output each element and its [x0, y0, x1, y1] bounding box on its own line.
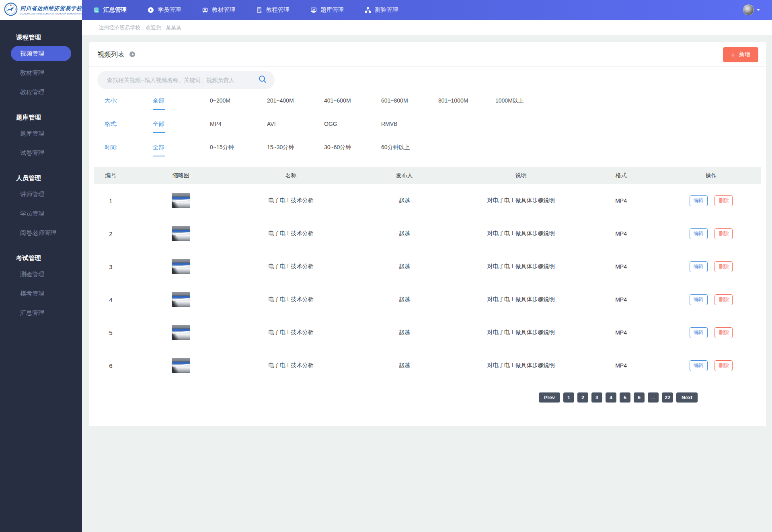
filter-size-option[interactable]: 0~200M — [210, 97, 267, 104]
filter-format-option[interactable]: RMVB — [381, 121, 438, 127]
filter-format-option[interactable]: OGG — [324, 121, 381, 127]
search-input[interactable] — [107, 77, 258, 83]
filter-duration-option[interactable]: 15~30分钟 — [267, 144, 324, 151]
user-avatar[interactable] — [743, 4, 754, 15]
edit-button[interactable]: 编辑 — [690, 261, 708, 272]
nav-item-quizzes[interactable]: 测验管理 — [365, 6, 398, 14]
row-id: 4 — [94, 296, 127, 303]
filter-size-option[interactable]: 1000M以上 — [495, 97, 552, 105]
pagination-ellipsis: ... — [648, 392, 659, 403]
pagination-page-button[interactable]: 5 — [620, 392, 630, 403]
sidebar-item-video-mgmt[interactable]: 视频管理 — [11, 46, 71, 61]
video-publisher: 赵越 — [347, 362, 461, 369]
chevron-down-icon — [757, 9, 760, 11]
nav-item-summary[interactable]: 汇总管理 — [93, 6, 127, 14]
filter-duration: 时间: 全部 0~15分钟 15~30分钟 30~60分钟 60分钟以上 — [105, 144, 766, 160]
delete-button[interactable]: 删除 — [715, 294, 733, 305]
sidebar-item-question-bank-mgmt[interactable]: 题库管理 — [0, 126, 82, 141]
sidebar-item-course-mgmt[interactable]: 教程管理 — [0, 84, 82, 100]
delete-button[interactable]: 删除 — [715, 360, 733, 371]
delete-button[interactable]: 删除 — [715, 327, 733, 338]
play-icon — [129, 51, 135, 57]
pagination-next-button[interactable]: Next — [676, 392, 698, 403]
sidebar-item-summary-mgmt[interactable]: 汇总管理 — [0, 305, 82, 320]
pagination-page-button[interactable]: 1 — [563, 392, 574, 403]
col-header-publisher: 发布人 — [347, 172, 461, 179]
sidebar-item-textbook-mgmt[interactable]: 教材管理 — [0, 65, 82, 80]
sidebar-item-mock-exam-mgmt[interactable]: 模考管理 — [0, 286, 82, 301]
sidebar-item-quiz-mgmt[interactable]: 测验管理 — [0, 267, 82, 282]
delete-button[interactable]: 删除 — [715, 228, 733, 239]
nav-item-label: 学员管理 — [158, 6, 181, 14]
edit-button[interactable]: 编辑 — [690, 195, 708, 206]
video-name: 电子电工技术分析 — [234, 329, 347, 336]
filter-size-label: 大小: — [105, 97, 153, 105]
sidebar-section-personnel: 人员管理 — [0, 174, 82, 183]
school-name-zh: 四川省达州经济贸易学校 — [20, 5, 87, 12]
nav-item-label: 测验管理 — [375, 6, 398, 14]
filter-size-option[interactable]: 401~600M — [324, 97, 381, 104]
nav-item-courses[interactable]: 教程管理 — [256, 6, 290, 14]
delete-button[interactable]: 删除 — [715, 261, 733, 272]
delete-button[interactable]: 删除 — [715, 195, 733, 206]
filter-format-option[interactable]: AVI — [267, 121, 324, 127]
video-description: 对电子电工做具体步骤说明 — [461, 263, 581, 270]
edit-button[interactable]: 编辑 — [690, 294, 708, 305]
user-menu[interactable] — [739, 0, 772, 20]
pagination-page-button[interactable]: 3 — [591, 392, 602, 403]
row-id: 5 — [94, 329, 127, 336]
filter-size-option[interactable]: 601~800M — [381, 97, 438, 104]
filter-duration-option[interactable]: 60分钟以上 — [381, 144, 438, 151]
pagination-prev-button[interactable]: Prev — [539, 392, 560, 403]
video-publisher: 赵越 — [347, 296, 461, 303]
nav-item-question-bank[interactable]: 题库管理 — [310, 6, 344, 14]
video-thumbnail[interactable] — [172, 358, 190, 373]
filter-format-option[interactable]: 全部 — [153, 121, 210, 133]
edit-button[interactable]: 编辑 — [690, 228, 708, 239]
book-icon — [93, 7, 100, 13]
pagination-page-button[interactable]: 22 — [662, 392, 673, 403]
table-row: 1 电子电工技术分析 赵越 对电子电工做具体步骤说明 MP4 编辑 删除 — [94, 184, 761, 217]
add-button[interactable]: + 新增 — [723, 47, 758, 62]
video-thumbnail[interactable] — [172, 325, 190, 340]
video-format: MP4 — [581, 197, 661, 204]
edit-button[interactable]: 编辑 — [690, 327, 708, 338]
filter-format-label: 格式: — [105, 121, 153, 128]
filter-duration-option[interactable]: 30~60分钟 — [324, 144, 381, 151]
pagination-page-button[interactable]: 2 — [577, 392, 588, 403]
nav-item-textbooks[interactable]: 教材管理 — [202, 6, 235, 14]
col-header-description: 说明 — [461, 172, 581, 179]
filter-format: 格式: 全部 MP4 AVI OGG RMVB — [105, 121, 766, 137]
main-nav: 汇总管理 学员管理 教材管理 — [82, 0, 739, 20]
sidebar-section-question-bank: 题库管理 — [0, 113, 82, 122]
sidebar-section-course-mgmt: 课程管理 — [0, 33, 82, 42]
search-icon[interactable] — [258, 74, 267, 86]
sidebar-section-exam-mgmt: 考试管理 — [0, 254, 82, 263]
filter-duration-option[interactable]: 0~15分钟 — [210, 144, 267, 151]
sidebar-item-exam-paper-mgmt[interactable]: 试卷管理 — [0, 145, 82, 160]
video-thumbnail[interactable] — [172, 226, 190, 241]
filter-size-option[interactable]: 201~400M — [267, 97, 324, 104]
sidebar-item-grader-mgmt[interactable]: 阅卷老师管理 — [0, 225, 82, 240]
filter-format-option[interactable]: MP4 — [210, 121, 267, 127]
pagination-page-button[interactable]: 4 — [606, 392, 616, 403]
edit-button[interactable]: 编辑 — [690, 360, 708, 371]
filter-size-option[interactable]: 全部 — [153, 97, 210, 110]
filter-duration-option[interactable]: 全部 — [153, 144, 210, 156]
pagination-page-button[interactable]: 6 — [634, 392, 645, 403]
video-thumbnail[interactable] — [172, 259, 190, 274]
plus-icon: + — [731, 51, 735, 58]
sidebar-item-student-mgmt[interactable]: 学员管理 — [0, 206, 82, 221]
video-thumbnail[interactable] — [172, 292, 190, 307]
video-thumbnail[interactable] — [172, 193, 190, 208]
video-name: 电子电工技术分析 — [234, 296, 347, 303]
sidebar-item-lecturer-mgmt[interactable]: 讲师管理 — [0, 187, 82, 202]
row-id: 1 — [94, 197, 127, 204]
video-format: MP4 — [581, 263, 661, 270]
nav-item-students[interactable]: 学员管理 — [148, 6, 181, 14]
video-name: 电子电工技术分析 — [234, 197, 347, 204]
video-name: 电子电工技术分析 — [234, 263, 347, 270]
filter-size-option[interactable]: 801~1000M — [438, 97, 495, 104]
sitemap-icon — [365, 7, 371, 13]
video-description: 对电子电工做具体步骤说明 — [461, 197, 581, 204]
